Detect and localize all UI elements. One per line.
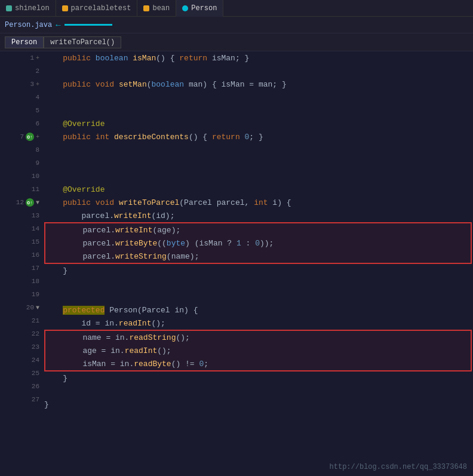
expand-1[interactable]: + (36, 55, 39, 62)
code-line-14: parcel.writeInt(age); (45, 223, 471, 237)
tab-bean[interactable]: bean (137, 0, 176, 17)
gutter-row-10: 10 (0, 170, 42, 183)
gutter-row-2: 2 (0, 65, 42, 78)
tab-label-bean: bean (152, 4, 170, 13)
line-gutter: 1 + 2 3 + 4 5 6 7 O↑ + 8 (0, 51, 42, 476)
line-num-5: 5 (27, 107, 39, 114)
collapse-20[interactable]: ▼ (36, 305, 39, 311)
line-num-22: 22 (27, 330, 39, 337)
gutter-row-18: 18 (0, 275, 42, 288)
gutter-row-27: 27 (0, 393, 42, 406)
code-line-10 (44, 170, 473, 183)
tab-shinelon[interactable]: shinelon (0, 0, 56, 17)
line-num-9: 9 (27, 159, 39, 167)
code-line-27: } (44, 398, 473, 411)
line-num-10: 10 (27, 173, 39, 180)
selection-group-2: name = in.readString(); age = in.readInt… (44, 330, 472, 371)
line-num-6: 6 (27, 120, 39, 127)
code-line-20: protected Person(Parcel in) { (44, 303, 473, 317)
line-num-8: 8 (27, 146, 39, 153)
gutter-row-13: 13 (0, 209, 42, 222)
watermark: http://blog.csdn.net/qq_33373648 (330, 463, 467, 471)
gutter-row-15: 15 (0, 235, 42, 248)
code-line-24: isMan = in.readByte() != 0; (45, 357, 471, 370)
code-line-4 (44, 91, 473, 104)
code-line-8 (44, 143, 473, 156)
gutter-row-9: 9 (0, 156, 42, 170)
code-line-26 (44, 385, 473, 398)
code-lines-container: public boolean isMan() { return isMan; }… (42, 51, 473, 476)
line-num-11: 11 (27, 186, 39, 193)
tab-label-person: Person (191, 4, 217, 13)
gutter-row-11: 11 (0, 183, 42, 196)
gutter-row-17: 17 (0, 262, 42, 275)
gutter-row-8: 8 (0, 143, 42, 156)
gutter-row-4: 4 (0, 91, 42, 104)
code-line-9 (44, 156, 473, 170)
line-num-1: 1 (22, 54, 34, 62)
code-area: 1 + 2 3 + 4 5 6 7 O↑ + 8 (0, 51, 473, 476)
line-num-13: 13 (27, 212, 39, 219)
code-line-25: } (44, 371, 473, 385)
collapse-12[interactable]: ▼ (36, 199, 39, 206)
tab-label-parcelabletest: parcelabletest (71, 4, 131, 13)
code-line-13: parcel.writeInt(id); (44, 209, 473, 222)
line-num-4: 4 (27, 94, 39, 101)
breadcrumb-writetoparcel[interactable]: writeToParcel() (44, 36, 121, 48)
gutter-row-5: 5 (0, 104, 42, 117)
file-header: Person.java ← (0, 17, 473, 33)
line-num-21: 21 (27, 317, 39, 324)
tab-parcelabletest[interactable]: parcelabletest (56, 0, 138, 17)
file-name: Person.java (5, 21, 52, 29)
tab-person[interactable]: Person (176, 0, 223, 17)
tab-icon-bean (143, 5, 149, 11)
tab-label-shinelon: shinelon (15, 4, 50, 13)
line-num-18: 18 (27, 278, 39, 285)
expand-3[interactable]: + (36, 81, 39, 88)
code-line-17: } (44, 264, 473, 277)
gutter-row-24: 24 (0, 354, 42, 367)
file-bar (64, 24, 112, 26)
code-line-16: parcel.writeString(name); (45, 250, 471, 263)
line-num-26: 26 (27, 383, 39, 390)
expand-7[interactable]: + (36, 134, 39, 140)
gutter-row-3: 3 + (0, 78, 42, 91)
line-num-14: 14 (27, 225, 39, 232)
code-line-15: parcel.writeByte((byte) (isMan ? 1 : 0))… (45, 237, 471, 250)
code-line-7: public int describeContents() { return 0… (44, 130, 473, 143)
line-num-3: 3 (22, 81, 34, 88)
selection-group-1: parcel.writeInt(age); parcel.writeByte((… (44, 222, 472, 264)
code-line-12: public void writeToParcel(Parcel parcel,… (44, 196, 473, 209)
breadcrumb-person[interactable]: Person (5, 36, 44, 48)
code-line-23: age = in.readInt(); (45, 344, 471, 357)
arrow-icon: ← (56, 20, 60, 30)
line-num-7: 7 (12, 133, 24, 140)
code-line-18 (44, 277, 473, 290)
tab-bar: shinelon parcelabletest bean Person (0, 0, 473, 17)
code-line-3: public void setMan(boolean man) { isMan … (44, 78, 473, 91)
gutter-row-21: 21 (0, 314, 42, 327)
gutter-row-20: 20 ▼ (0, 301, 42, 314)
code-line-22: name = in.readString(); (45, 331, 471, 344)
override-badge-12: O↑ (26, 198, 34, 207)
gutter-row-12: 12 O↑ ▼ (0, 196, 42, 209)
line-num-15: 15 (27, 238, 39, 245)
code-line-5 (44, 104, 473, 117)
breadcrumb-bar: Person writeToParcel() (0, 33, 473, 51)
line-num-19: 19 (27, 291, 39, 298)
gutter-row-22: 22 (0, 327, 42, 340)
code-line-2 (44, 65, 473, 78)
code-line-21: id = in.readInt(); (44, 317, 473, 330)
tab-icon-shinelon (6, 5, 12, 11)
line-num-16: 16 (27, 251, 39, 259)
line-num-25: 25 (27, 370, 39, 377)
line-num-2: 2 (27, 67, 39, 75)
line-num-27: 27 (27, 396, 39, 403)
code-line-6: @Override (44, 117, 473, 130)
code-line-11: @Override (44, 183, 473, 196)
code-line-19 (44, 290, 473, 303)
gutter-row-1: 1 + (0, 51, 42, 65)
gutter-row-6: 6 (0, 117, 42, 130)
line-num-12: 12 (12, 199, 24, 206)
tab-icon-parcelabletest (62, 5, 68, 11)
